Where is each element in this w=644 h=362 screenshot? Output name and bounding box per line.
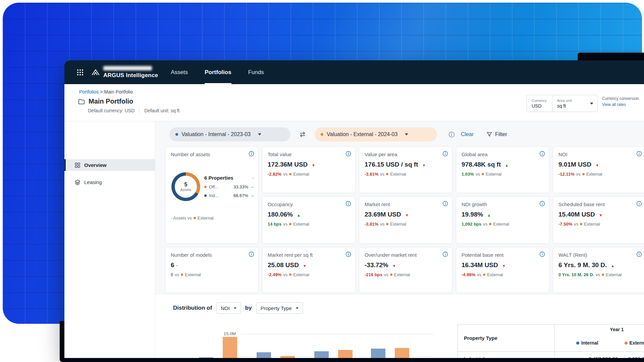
sidebar-item-label: Overview: [84, 162, 107, 168]
kpi-value-suffix: -: [176, 262, 178, 268]
swap-scenarios-icon[interactable]: [299, 131, 306, 138]
kpi-card: Number of models 6 - 0 vs External: [165, 247, 259, 293]
kpi-title: Number of assets: [171, 152, 253, 157]
chevron-down-icon: [590, 103, 593, 105]
kpi-card: Scheduled base rent 15.40M USD ▼ -7.50% …: [553, 196, 644, 244]
trend-up-icon: ▲: [487, 213, 491, 217]
info-icon[interactable]: [448, 131, 455, 138]
info-icon[interactable]: [442, 251, 448, 257]
properties-count: 6 Properties: [204, 175, 233, 181]
kpi-delta: 14 bps vs External: [268, 222, 350, 227]
kpi-vs-label: vs: [596, 272, 600, 277]
kpi-card: Potential base rent 16.34M USD ▼ -4.98% …: [456, 247, 549, 293]
kpi-value: 172.36M USD: [268, 161, 308, 168]
external-label: External: [586, 172, 602, 177]
info-icon[interactable]: [636, 251, 642, 257]
area-unit-label: Area unit: [557, 99, 572, 103]
kpi-value: 978.48K sq ft: [462, 161, 501, 168]
kpi-vs-label: vs: [283, 172, 287, 177]
product-name: ARGUS Intelligence: [103, 72, 158, 79]
nav-item-assets[interactable]: Assets: [171, 60, 188, 84]
kpi-delta: -2.49% vs External: [268, 272, 350, 277]
nav-item-funds[interactable]: Funds: [248, 60, 264, 84]
table-cell-external: 2,600.3: [622, 356, 644, 358]
breadcrumb-portfolios-link[interactable]: Portfolios: [79, 89, 99, 95]
info-icon[interactable]: [539, 151, 545, 157]
app-launcher-grid-icon[interactable]: [76, 69, 84, 76]
external-label: External: [293, 172, 309, 177]
info-icon[interactable]: [249, 251, 254, 257]
trend-down-icon: ▼: [422, 163, 426, 167]
trend-down-icon: ▼: [599, 213, 603, 217]
kpi-vs-label: vs: [175, 272, 179, 277]
view-all-rates-link[interactable]: View all rates: [602, 102, 626, 107]
kpi-value: 16.34M USD: [462, 261, 498, 269]
info-icon[interactable]: [442, 201, 448, 206]
kpi-delta: -3.81% vs External: [365, 222, 447, 227]
dimension-select[interactable]: Property Type: [256, 302, 303, 314]
sidebar: Overview Leasing: [64, 121, 155, 358]
info-icon[interactable]: [345, 151, 351, 157]
external-dot: [289, 173, 291, 175]
external-dot: [289, 274, 291, 276]
page: ARGUS Intelligence Assets Portfolios Fun…: [0, 0, 644, 362]
kpi-delta: 1.03% vs External: [462, 172, 544, 177]
filter-button-label: Filter: [495, 131, 507, 137]
area-unit-value: sq ft: [557, 103, 572, 109]
info-icon[interactable]: [539, 251, 545, 257]
external-dot: [602, 274, 604, 276]
external-label: External: [293, 222, 309, 227]
kpi-delta: -4.98% vs External: [462, 272, 544, 277]
external-label: External: [606, 272, 622, 277]
metric-select-value: NOI: [221, 305, 230, 311]
info-icon[interactable]: [539, 201, 545, 206]
info-icon[interactable]: [442, 151, 448, 157]
filter-button[interactable]: Filter: [486, 131, 507, 137]
nav-item-portfolios[interactable]: Portfolios: [205, 60, 231, 84]
external-label: External: [394, 272, 410, 277]
dimension-select-value: Property Type: [261, 305, 292, 311]
sidebar-item-leasing[interactable]: Leasing: [64, 176, 155, 188]
trend-down-icon: ▼: [405, 213, 409, 217]
kpi-delta-value: 1.03%: [462, 172, 474, 177]
assets-footer-text: - Assets vs: [171, 216, 192, 221]
external-label: External: [486, 172, 502, 177]
currency-conversion-label: Currency conversion: [602, 96, 639, 101]
external-scenario-dot: [321, 133, 323, 136]
chart-bar-internal: [257, 352, 271, 358]
kpi-title: Market rent: [365, 201, 447, 207]
external-scenario-dropdown[interactable]: Valuation - External - 2024-03: [315, 127, 437, 141]
redacted-company-name: [103, 66, 152, 70]
external-dot: [489, 223, 491, 225]
external-dot: [386, 173, 388, 175]
internal-scenario-dropdown[interactable]: Valuation - Internal - 2023-03: [169, 127, 290, 141]
trend-up-icon: ▲: [297, 213, 301, 217]
kpi-delta-value: -2.82%: [268, 172, 281, 177]
kpi-title: NOI growth: [462, 201, 544, 207]
info-icon[interactable]: [636, 201, 642, 206]
scenario-filter-row: Valuation - Internal - 2023-03 Valuation…: [169, 127, 644, 141]
metric-select[interactable]: NOI: [216, 302, 241, 314]
currency-label: Currency: [532, 99, 547, 103]
currency-area-unit-selector[interactable]: Currency USD Area unit sq ft: [527, 95, 598, 112]
legend-compare-value: –: [248, 193, 254, 198]
clear-filters-link[interactable]: Clear: [461, 131, 474, 137]
legend-dot-industrial: [204, 194, 207, 197]
page-title: Main Portfolio: [89, 98, 133, 105]
kpi-value: 15.40M USD: [558, 211, 595, 218]
external-label: External: [390, 172, 406, 177]
chart-bar-internal: [314, 351, 329, 358]
info-icon[interactable]: [345, 201, 351, 206]
chart-bar-external: [395, 348, 409, 358]
kpi-vs-label: vs: [483, 222, 487, 227]
kpi-title: NOI: [558, 152, 641, 157]
info-icon[interactable]: [345, 251, 351, 257]
kpi-delta: 1,092 bps vs External: [462, 222, 544, 227]
legend-compare-value: –: [248, 184, 254, 189]
trend-down-icon: ▼: [502, 264, 506, 268]
divider: [139, 108, 140, 113]
external-scenario-label: Valuation - External - 2024-03: [327, 131, 397, 137]
info-icon[interactable]: [249, 151, 254, 157]
sidebar-item-overview[interactable]: Overview: [64, 159, 155, 171]
info-icon[interactable]: [636, 151, 642, 157]
